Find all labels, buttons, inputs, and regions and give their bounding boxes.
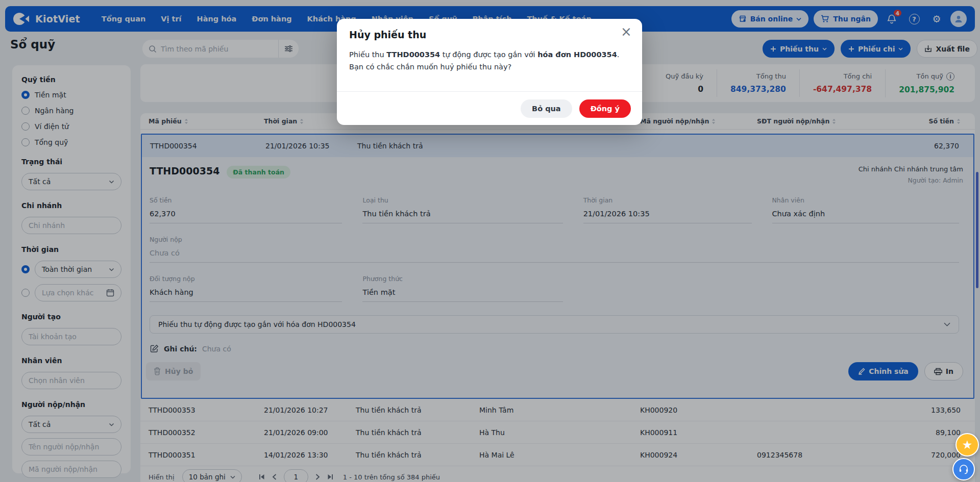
modal-confirm-button[interactable]: Đồng ý	[579, 99, 631, 118]
star-icon: ★	[962, 438, 973, 451]
cancel-receipt-modal: × Hủy phiếu thu Phiếu thu TTHD000354 tự …	[337, 19, 642, 125]
modal-footer: Bỏ qua Đồng ý	[337, 91, 642, 125]
support-chat-button[interactable]	[952, 458, 975, 480]
receipt-code-bold: TTHD000354	[386, 50, 440, 59]
invoice-code-bold: hóa đơn HD000354	[537, 50, 617, 59]
close-icon[interactable]: ×	[619, 24, 634, 39]
modal-title: Hủy phiếu thu	[337, 19, 642, 40]
headset-icon	[958, 464, 969, 475]
rating-star-button[interactable]: ★	[955, 433, 979, 456]
modal-body: Phiếu thu TTHD000354 tự động được tạo gắ…	[337, 40, 642, 73]
modal-skip-button[interactable]: Bỏ qua	[521, 99, 572, 118]
